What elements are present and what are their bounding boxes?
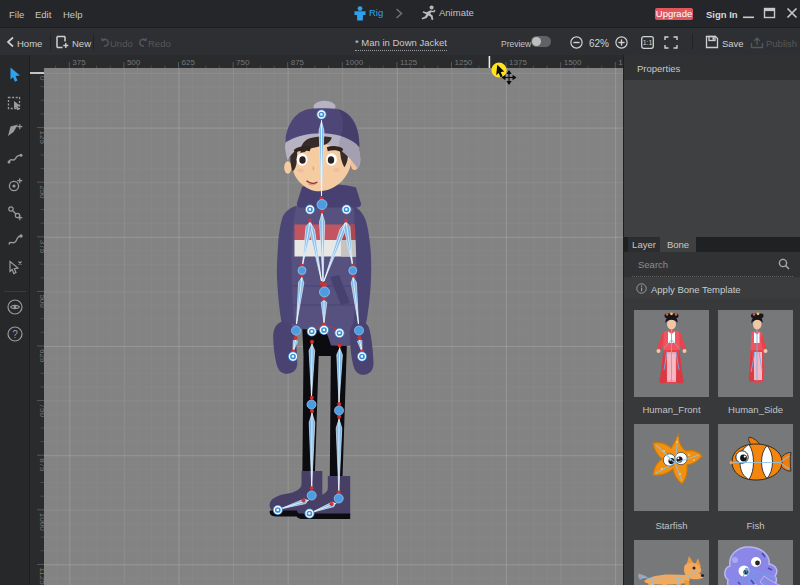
svg-text:875: 875	[291, 58, 305, 67]
svg-text:1250: 1250	[455, 58, 473, 67]
svg-text:1000: 1000	[345, 58, 363, 67]
svg-text:1500: 1500	[564, 58, 582, 67]
svg-text:375: 375	[72, 58, 86, 67]
svg-text:?: ?	[12, 329, 18, 340]
svg-text:750: 750	[236, 58, 250, 67]
svg-text:1125: 1125	[400, 58, 418, 67]
svg-text:625: 625	[182, 58, 196, 67]
svg-text:500: 500	[127, 58, 141, 67]
svg-text:1:1: 1:1	[643, 39, 653, 46]
